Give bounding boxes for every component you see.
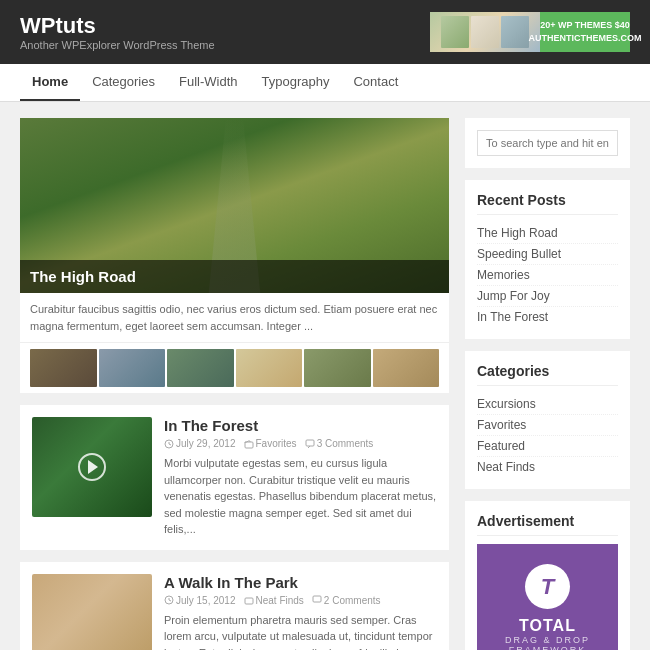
content-area: The High Road Curabitur faucibus sagitti… <box>20 118 449 650</box>
ad-brand-name: TOTAL <box>489 617 606 635</box>
search-input[interactable] <box>477 130 618 156</box>
svg-line-8 <box>169 600 171 601</box>
svg-rect-10 <box>313 596 321 602</box>
featured-excerpt: Curabitur faucibus sagittis odio, nec va… <box>30 301 439 334</box>
nav-link-contact[interactable]: Contact <box>341 64 410 99</box>
post-date-park: July 15, 2012 <box>164 595 236 606</box>
ad-banner[interactable]: T TOTAL DRAG & DROPFRAMEWORK <box>477 544 618 650</box>
post-thumbnail-forest[interactable] <box>32 417 152 517</box>
advertisement-widget: Advertisement T TOTAL DRAG & DROPFRAMEWO… <box>465 501 630 650</box>
play-icon <box>88 460 98 474</box>
site-tagline: Another WPExplorer WordPress Theme <box>20 39 215 51</box>
recent-posts-widget: Recent Posts The High Road Speeding Bull… <box>465 180 630 339</box>
featured-title[interactable]: The High Road <box>30 268 439 285</box>
featured-image: The High Road <box>20 118 449 293</box>
main-layout: The High Road Curabitur faucibus sagitti… <box>0 102 650 650</box>
post-card-forest: In The Forest July 29, 2012 Favorites 3 … <box>20 405 449 550</box>
featured-post: The High Road Curabitur faucibus sagitti… <box>20 118 449 393</box>
thumbnail-5[interactable] <box>304 349 371 387</box>
ad-logo-circle: T <box>525 564 570 609</box>
calendar-icon-2 <box>164 595 174 605</box>
thumbnail-3[interactable] <box>167 349 234 387</box>
post-date-forest: July 29, 2012 <box>164 438 236 449</box>
post-card-park: A Walk In The Park July 15, 2012 Neat Fi… <box>20 562 449 651</box>
site-branding: WPtuts Another WPExplorer WordPress Them… <box>20 13 215 51</box>
header-ad-cta[interactable]: 20+ WP THEMES $40AUTHENTICTHEMES.COM <box>540 12 630 52</box>
categories-widget: Categories Excursions Favorites Featured… <box>465 351 630 489</box>
post-meta-park: July 15, 2012 Neat Finds 2 Comments <box>164 595 437 606</box>
post-category-forest: Favorites <box>244 438 297 449</box>
nav-link-fullwidth[interactable]: Full-Width <box>167 64 250 99</box>
nav-item-categories[interactable]: Categories <box>80 64 167 101</box>
post-content-park: A Walk In The Park July 15, 2012 Neat Fi… <box>164 574 437 651</box>
nav-item-contact[interactable]: Contact <box>341 64 410 101</box>
post-excerpt-forest: Morbi vulputate egestas sem, eu cursus l… <box>164 455 437 538</box>
advertisement-title: Advertisement <box>477 513 618 536</box>
nav-item-fullwidth[interactable]: Full-Width <box>167 64 250 101</box>
thumbnail-6[interactable] <box>373 349 440 387</box>
post-category-park: Neat Finds <box>244 595 304 606</box>
ad-sub-text: DRAG & DROPFRAMEWORK <box>489 635 606 650</box>
category-3[interactable]: Featured <box>477 436 618 457</box>
recent-post-4[interactable]: Jump For Joy <box>477 286 618 307</box>
post-content-forest: In The Forest July 29, 2012 Favorites 3 … <box>164 417 437 538</box>
nav-link-typography[interactable]: Typography <box>250 64 342 99</box>
calendar-icon <box>164 439 174 449</box>
categories-title: Categories <box>477 363 618 386</box>
header-ad[interactable]: 20+ WP THEMES $40AUTHENTICTHEMES.COM <box>430 12 630 52</box>
recent-post-2[interactable]: Speeding Bullet <box>477 244 618 265</box>
post-thumbnail-park[interactable] <box>32 574 152 651</box>
ad-logo-letter: T <box>541 574 554 600</box>
category-4[interactable]: Neat Finds <box>477 457 618 477</box>
svg-rect-3 <box>245 442 253 448</box>
thumbnail-1[interactable] <box>30 349 97 387</box>
sidebar: Recent Posts The High Road Speeding Bull… <box>465 118 630 650</box>
header-ad-image <box>430 12 540 52</box>
nav-link-home[interactable]: Home <box>20 64 80 101</box>
play-button[interactable] <box>78 453 106 481</box>
post-title-forest[interactable]: In The Forest <box>164 417 437 434</box>
search-widget <box>465 118 630 168</box>
svg-rect-9 <box>245 598 253 604</box>
categories-list: Excursions Favorites Featured Neat Finds <box>477 394 618 477</box>
nav-item-home[interactable]: Home <box>20 64 80 101</box>
folder-icon <box>244 439 254 449</box>
comment-icon <box>305 439 315 449</box>
folder-icon-2 <box>244 595 254 605</box>
recent-post-1[interactable]: The High Road <box>477 223 618 244</box>
post-comments-forest: 3 Comments <box>305 438 374 449</box>
recent-post-5[interactable]: In The Forest <box>477 307 618 327</box>
comment-icon-2 <box>312 595 322 605</box>
svg-rect-4 <box>306 440 314 446</box>
thumbnail-4[interactable] <box>236 349 303 387</box>
recent-post-3[interactable]: Memories <box>477 265 618 286</box>
nav-link-categories[interactable]: Categories <box>80 64 167 99</box>
site-title: WPtuts <box>20 13 215 39</box>
site-header: WPtuts Another WPExplorer WordPress Them… <box>0 0 650 64</box>
post-title-park[interactable]: A Walk In The Park <box>164 574 437 591</box>
category-1[interactable]: Excursions <box>477 394 618 415</box>
post-comments-park: 2 Comments <box>312 595 381 606</box>
recent-posts-title: Recent Posts <box>477 192 618 215</box>
featured-body: Curabitur faucibus sagittis odio, nec va… <box>20 293 449 342</box>
thumbnail-strip <box>20 342 449 393</box>
svg-line-2 <box>169 444 171 445</box>
recent-posts-list: The High Road Speeding Bullet Memories J… <box>477 223 618 327</box>
post-excerpt-park: Proin elementum pharetra mauris sed semp… <box>164 612 437 651</box>
site-nav: Home Categories Full-Width Typography Co… <box>0 64 650 102</box>
thumbnail-2[interactable] <box>99 349 166 387</box>
post-meta-forest: July 29, 2012 Favorites 3 Comments <box>164 438 437 449</box>
featured-overlay: The High Road <box>20 260 449 293</box>
nav-item-typography[interactable]: Typography <box>250 64 342 101</box>
category-2[interactable]: Favorites <box>477 415 618 436</box>
